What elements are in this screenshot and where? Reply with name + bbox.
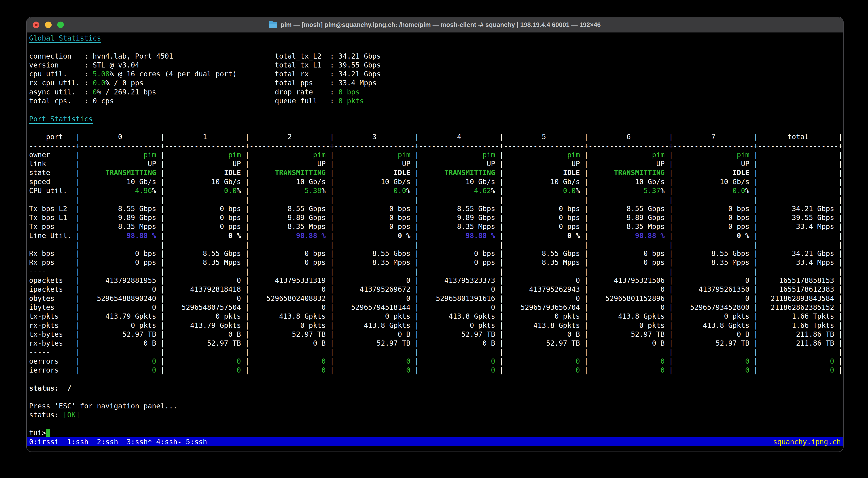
text-cursor xyxy=(46,429,50,437)
stat-row-ipackets: ipackets | 0 | 413792818418 | 0 | 413795… xyxy=(29,285,843,294)
status-ok-line: status: [OK] xyxy=(29,411,843,419)
stat-row-Line-Util: Line Util. | 98.88 % | 0 % | 98.88 % | 0… xyxy=(29,231,843,240)
tmux-hostname: squanchy.ipng.ch xyxy=(773,437,841,446)
stat-row-: ---- | | | | | | | | | | xyxy=(29,267,843,276)
terminal-window: pim — [mosh] pim@squanchy.ipng.ch: /home… xyxy=(26,17,844,452)
tmux-status-bar: 0:irssi 1:ssh 2:ssh 3:ssh* 4:ssh- 5:ssh … xyxy=(27,437,843,446)
window-controls xyxy=(33,18,64,32)
window-title: pim — [mosh] pim@squanchy.ipng.ch: /home… xyxy=(27,21,843,29)
stat-row-Tx-bps-L1: Tx bps L1 | 9.89 Gbps | 0 bps | 9.89 Gbp… xyxy=(29,213,843,222)
stat-row-Rx-pps: Rx pps | 0 pps | 8.35 Mpps | 0 pps | 8.3… xyxy=(29,258,843,267)
stat-row-CPU-util: CPU util. | 4.96% | 0.0% | 5.38% | 0.0% … xyxy=(29,186,843,195)
stat-row-rx-pkts: rx-pkts | 0 pkts | 413.79 Gpkts | 0 pkts… xyxy=(29,321,843,330)
stat-row-opackets: opackets | 413792881955 | 0 | 4137953313… xyxy=(29,276,843,285)
stat-row-: -- | | | | | | | | | | xyxy=(29,195,843,204)
global-statistics-heading: Global Statistics xyxy=(29,34,843,43)
global-stat-row-cpu_util: cpu_util. : 5.08% @ 16 cores (4 per dual… xyxy=(29,70,843,78)
stat-row-tx-bytes: tx-bytes | 52.97 TB | 0 B | 52.97 TB | 0… xyxy=(29,330,843,339)
stat-row-Tx-bps-L2: Tx bps L2 | 8.55 Gbps | 0 bps | 8.55 Gbp… xyxy=(29,204,843,213)
status-spinner-line: status: / xyxy=(29,384,843,393)
stat-row-owner: owner | pim | pim | pim | pim | pim | pi… xyxy=(29,150,843,159)
stat-row-tx-pkts: tx-pkts | 413.79 Gpkts | 0 pkts | 413.8 … xyxy=(29,312,843,321)
stat-row-ibytes: ibytes | 0 | 52965480757504 | 0 | 529657… xyxy=(29,303,843,312)
stat-row-: ----- | | | | | | | | | | xyxy=(29,348,843,356)
stat-row-speed: speed | 10 Gb/s | 10 Gb/s | 10 Gb/s | 10… xyxy=(29,177,843,186)
global-stat-row-rx_cpu_util: rx_cpu_util. : 0.0% / 0 pps total_pps : … xyxy=(29,78,843,88)
global-stat-row-async_util: async_util. : 0% / 269.21 bps drop_rate … xyxy=(29,88,843,97)
folder-icon xyxy=(269,22,277,28)
minimize-button[interactable] xyxy=(45,22,52,28)
stat-row-obytes: obytes | 52965488890240 | 0 | 5296580240… xyxy=(29,294,843,303)
global-stat-row-connection: connection : hvn4.lab, Port 4501 total_t… xyxy=(29,52,843,61)
titlebar[interactable]: pim — [mosh] pim@squanchy.ipng.ch: /home… xyxy=(27,18,843,33)
blank-line xyxy=(29,105,843,114)
port-statistics-heading: Port Statistics xyxy=(29,114,843,124)
port-table-header: port | 0 | 1 | 2 | 3 | 4 | 5 | 6 | 7 | t… xyxy=(29,132,843,141)
blank-line xyxy=(29,375,843,383)
global-stat-row-version: version : STL @ v3.04 total_tx_L1 : 39.5… xyxy=(29,61,843,70)
stat-row-Rx-bps: Rx bps | 0 bps | 8.55 Gbps | 0 bps | 8.5… xyxy=(29,249,843,258)
stat-row-ierrors: ierrors | 0 | 0 | 0 | 0 | 0 | 0 | 0 | 0 … xyxy=(29,366,843,375)
stat-row-Tx-pps: Tx pps | 8.35 Mpps | 0 pps | 8.35 Mpps |… xyxy=(29,222,843,231)
blank-line xyxy=(29,124,843,132)
window-title-text: pim — [mosh] pim@squanchy.ipng.ch: /home… xyxy=(280,21,600,29)
close-button[interactable] xyxy=(33,22,39,28)
zoom-button[interactable] xyxy=(57,22,64,28)
port-table-separator: -----------+-------------------+--------… xyxy=(29,141,843,150)
esc-hint-line: Press 'ESC' for navigation panel... xyxy=(29,402,843,411)
tmux-window-list[interactable]: 0:irssi 1:ssh 2:ssh 3:ssh* 4:ssh- 5:ssh xyxy=(29,437,207,446)
blank-line xyxy=(29,420,843,429)
blank-line xyxy=(29,43,843,52)
stat-row-: --- | | | | | | | | | | xyxy=(29,240,843,249)
stat-row-state: state | TRANSMITTING | IDLE | TRANSMITTI… xyxy=(29,168,843,177)
terminal-screen[interactable]: Global Statisticsconnection : hvn4.lab, … xyxy=(27,33,843,451)
stat-row-link: link | UP | UP | UP | UP | UP | UP | UP … xyxy=(29,159,843,168)
stat-row-oerrors: oerrors | 0 | 0 | 0 | 0 | 0 | 0 | 0 | 0 … xyxy=(29,357,843,366)
blank-line xyxy=(29,393,843,402)
global-stat-row-total_cps: total_cps. : 0 cps queue_full : 0 pkts xyxy=(29,97,843,105)
tui-prompt-line[interactable]: tui> xyxy=(29,429,843,438)
stat-row-rx-bytes: rx-bytes | 0 B | 52.97 TB | 0 B | 52.97 … xyxy=(29,339,843,348)
